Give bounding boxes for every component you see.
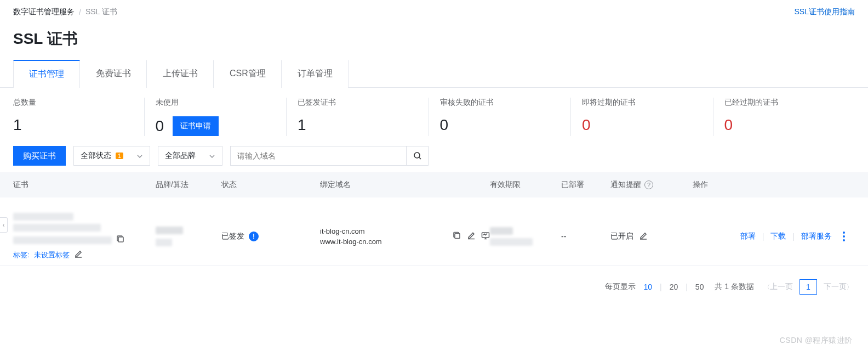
stat-value: 1 bbox=[13, 116, 22, 134]
brand-blurred bbox=[156, 227, 183, 234]
valid-duration-blurred bbox=[490, 227, 513, 235]
chevron-down-icon bbox=[209, 153, 215, 159]
stat-value: 0 bbox=[440, 116, 449, 134]
col-brand: 品牌/算法 bbox=[156, 180, 221, 190]
tab-cert-manage[interactable]: 证书管理 bbox=[13, 60, 80, 88]
cert-type-blurred bbox=[13, 224, 101, 232]
cert-name-blurred bbox=[13, 213, 73, 221]
edit-icon[interactable] bbox=[639, 232, 648, 242]
search-button[interactable] bbox=[406, 146, 428, 165]
page-size-10[interactable]: 10 bbox=[642, 283, 653, 291]
col-actions: 操作 bbox=[693, 180, 855, 190]
stat-unused: 未使用 0 证书申请 bbox=[144, 98, 287, 136]
stat-value: 0 bbox=[724, 116, 733, 134]
help-icon[interactable]: ? bbox=[644, 180, 653, 189]
col-status: 状态 bbox=[221, 180, 320, 190]
ssl-guide-link[interactable]: SSL证书使用指南 bbox=[795, 7, 855, 17]
algo-blurred bbox=[156, 239, 172, 246]
stat-label: 未使用 bbox=[156, 98, 287, 108]
svg-rect-1 bbox=[118, 237, 123, 242]
total-count: 共 1 条数据 bbox=[715, 282, 754, 292]
col-notify: 通知提醒 ? bbox=[610, 180, 693, 190]
brand-select[interactable]: 全部品牌 bbox=[158, 146, 222, 166]
tab-csr-manage[interactable]: CSR管理 bbox=[214, 60, 282, 88]
chevron-down-icon bbox=[136, 153, 143, 159]
current-page[interactable]: 1 bbox=[800, 279, 817, 295]
side-expand-toggle[interactable]: ‹ bbox=[0, 217, 8, 233]
stat-expiring: 即将过期的证书 0 bbox=[570, 98, 713, 136]
notify-text: 已开启 bbox=[610, 232, 633, 241]
action-deploy-service[interactable]: 部署服务 bbox=[797, 232, 836, 241]
stat-value: 0 bbox=[582, 116, 591, 134]
valid-date-blurred bbox=[490, 238, 533, 246]
action-download[interactable]: 下载 bbox=[766, 232, 790, 241]
brand-select-label: 全部品牌 bbox=[165, 151, 196, 161]
col-cert: 证书 bbox=[13, 180, 156, 190]
col-valid: 有效期限 bbox=[490, 180, 561, 190]
filter-row: 购买证书 全部状态 1 全部品牌 bbox=[0, 140, 868, 172]
page-size-group: 每页显示 10 | 20 | 50 bbox=[605, 282, 705, 292]
tabs: 证书管理 免费证书 上传证书 CSR管理 订单管理 bbox=[0, 59, 868, 88]
more-actions-icon[interactable] bbox=[838, 232, 849, 241]
breadcrumb-sep: / bbox=[79, 8, 81, 16]
cell-valid bbox=[490, 227, 561, 246]
apply-cert-button[interactable]: 证书申请 bbox=[173, 116, 219, 136]
stat-total: 总数量 1 bbox=[13, 98, 144, 136]
page-title: SSL 证书 bbox=[0, 24, 868, 59]
edit-icon[interactable] bbox=[467, 232, 476, 242]
page-size-20[interactable]: 20 bbox=[669, 283, 679, 291]
cell-status: 已签发 ! bbox=[221, 232, 320, 241]
cell-domain: it-blog-cn.com www.it-blog-cn.com bbox=[320, 227, 490, 246]
stat-signed: 已签发证书 1 bbox=[286, 98, 429, 136]
cert-id-blurred bbox=[13, 236, 112, 244]
stat-label: 总数量 bbox=[13, 98, 144, 108]
stats-row: 总数量 1 未使用 0 证书申请 已签发证书 1 审核失败的证书 0 即将过期的… bbox=[0, 88, 868, 140]
page-size-50[interactable]: 50 bbox=[694, 283, 705, 291]
col-deployed: 已部署 bbox=[561, 180, 610, 190]
status-info-icon[interactable]: ! bbox=[249, 232, 259, 241]
domain-search-input[interactable] bbox=[231, 146, 406, 165]
search-icon bbox=[413, 151, 422, 160]
next-page[interactable]: 下一页〉 bbox=[824, 282, 853, 292]
monitor-icon[interactable] bbox=[481, 232, 490, 242]
cell-cert: 标签: 未设置标签 bbox=[13, 213, 156, 260]
stat-expired: 已经过期的证书 0 bbox=[713, 98, 855, 136]
cell-brand bbox=[156, 227, 221, 246]
copy-icon[interactable] bbox=[453, 232, 461, 242]
pagination: 每页显示 10 | 20 | 50 共 1 条数据 〈上一页 1 下一页〉 bbox=[0, 266, 868, 300]
page-nav: 〈上一页 1 下一页〉 bbox=[764, 279, 853, 295]
stat-label: 已签发证书 bbox=[298, 98, 429, 108]
cell-deployed: -- bbox=[561, 232, 610, 241]
stat-value: 1 bbox=[298, 116, 306, 134]
buy-cert-button[interactable]: 购买证书 bbox=[13, 146, 66, 166]
cert-table: 证书 品牌/算法 状态 绑定域名 有效期限 已部署 通知提醒 ? 操作 标签: … bbox=[0, 172, 868, 266]
status-select[interactable]: 全部状态 1 bbox=[73, 146, 150, 166]
tag-prefix: 标签: bbox=[13, 250, 30, 260]
domain-search bbox=[230, 146, 429, 166]
tag-link[interactable]: 未设置标签 bbox=[34, 250, 70, 260]
status-select-label: 全部状态 bbox=[81, 151, 111, 160]
tab-order-manage[interactable]: 订单管理 bbox=[282, 60, 349, 88]
breadcrumb-sub: SSL 证书 bbox=[85, 7, 117, 17]
prev-page[interactable]: 〈上一页 bbox=[764, 282, 793, 292]
cell-actions: 部署 | 下载 | 部署服务 bbox=[693, 232, 855, 241]
status-text: 已签发 bbox=[221, 232, 244, 241]
stat-failed: 审核失败的证书 0 bbox=[429, 98, 571, 136]
status-badge: 1 bbox=[116, 153, 123, 159]
table-header: 证书 品牌/算法 状态 绑定域名 有效期限 已部署 通知提醒 ? 操作 bbox=[0, 172, 868, 197]
table-row: 标签: 未设置标签 已签发 ! it-blog-cn.com www.it-bl… bbox=[0, 197, 868, 266]
breadcrumb-root[interactable]: 数字证书管理服务 bbox=[13, 7, 75, 17]
edit-icon[interactable] bbox=[74, 250, 83, 260]
action-deploy[interactable]: 部署 bbox=[736, 232, 760, 241]
tab-upload-cert[interactable]: 上传证书 bbox=[147, 60, 214, 88]
domain-1: it-blog-cn.com bbox=[320, 227, 365, 235]
stat-label: 审核失败的证书 bbox=[440, 98, 571, 108]
stat-label: 即将过期的证书 bbox=[582, 98, 713, 108]
cell-notify: 已开启 bbox=[610, 232, 693, 242]
tab-free-cert[interactable]: 免费证书 bbox=[80, 60, 147, 88]
stat-value: 0 bbox=[156, 117, 164, 135]
breadcrumb-bar: 数字证书管理服务 / SSL 证书 SSL证书使用指南 bbox=[0, 0, 868, 24]
svg-point-0 bbox=[414, 153, 420, 158]
svg-rect-2 bbox=[455, 234, 460, 239]
copy-icon[interactable] bbox=[116, 235, 125, 245]
